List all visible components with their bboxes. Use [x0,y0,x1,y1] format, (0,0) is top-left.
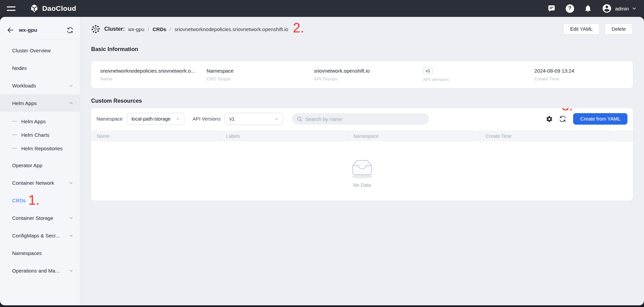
column-header-actions [611,130,633,142]
sidebar-item-operations-maintenance[interactable]: Operations and Ma... [0,262,80,279]
create-time-value: 2024-08-09 13:24 [534,68,574,74]
edit-yaml-button[interactable]: Edit YAML [563,23,600,35]
daocloud-logo-icon [30,4,39,13]
search-icon [297,116,302,122]
hamburger-menu-icon[interactable] [7,5,16,12]
message-icon[interactable] [547,4,556,13]
search-input[interactable] [305,116,424,122]
empty-state: No Data [348,155,376,188]
sidebar-item-helm-apps-group[interactable]: Helm Apps [0,94,80,112]
create-time-label: Create Time [534,76,574,81]
user-menu[interactable]: admin [602,3,637,14]
brand-name: DaoCloud [42,4,76,12]
chevron-up-icon [69,101,73,105]
basic-information-card: sriovnetworknodepolicies.sriovnetwork.o.… [91,61,633,88]
custom-resources-panel: Namespace local-path-storage API Version… [91,108,633,201]
refresh-icon[interactable] [559,115,566,123]
api-versions-label: API Versions [423,77,534,82]
breadcrumb-separator: / [148,26,149,32]
avatar-icon [602,3,612,14]
sidebar-item-operator-app[interactable]: Operator App [0,156,80,174]
chevron-down-icon [69,233,73,238]
breadcrumb-cluster-link[interactable]: wx-gpu [128,26,144,32]
breadcrumb-crds-link[interactable]: CRDs [153,26,166,32]
gear-icon[interactable] [545,115,553,123]
dash-icon [12,134,17,135]
sidebar-item-container-storage[interactable]: Container Storage [0,209,80,227]
chevron-down-icon [632,6,637,11]
namespace-select[interactable]: local-path-storage [127,113,184,125]
api-versions-filter-label: API Versions [192,116,220,122]
sidebar-subitem-helm-charts[interactable]: Helm Charts [0,128,80,142]
breadcrumb: Cluster: wx-gpu / CRDs / sriovnetworknod… [91,22,633,36]
sidebar-item-namespaces[interactable]: Namespaces [0,244,80,262]
crd-scope-label: CRD Scope [207,76,314,81]
search-box [292,113,429,125]
dash-icon [12,148,17,149]
crd-scope-value: Namespace [207,68,308,74]
sidebar-subitem-helm-apps[interactable]: Helm Apps [0,114,80,128]
notification-bell-icon[interactable] [584,4,592,13]
sidebar-item-container-network[interactable]: Container Network [0,174,80,191]
delete-button[interactable]: Delete [605,23,633,35]
sidebar-item-workloads[interactable]: Workloads [0,77,80,94]
namespace-filter-label: Namespace [97,116,123,122]
custom-resources-title: Custom Resources [91,98,633,104]
chevron-down-icon [69,181,73,185]
switch-cluster-icon[interactable] [67,27,73,33]
table-body: No Data [91,142,633,201]
breadcrumb-separator: / [170,26,171,32]
column-header-name: Name [91,130,220,142]
api-version-badge: v1 [423,67,433,74]
dash-icon [12,121,17,122]
topbar: DaoCloud ? admin [0,0,644,17]
main-content: Cluster: wx-gpu / CRDs / sriovnetworknod… [80,17,644,305]
sidebar-subitem-helm-repositories[interactable]: Helm Repositories [0,142,80,155]
breadcrumb-prefix: Cluster: [104,26,125,32]
column-header-create-time: Create Time [480,130,611,142]
sidebar-item-configmaps-secrets[interactable]: ConfigMaps & Secr... [0,227,80,244]
breadcrumb-current-page: sriovnetworknodepolicies.sriovnetwork.op… [175,26,288,32]
column-header-labels: Labels [220,130,348,142]
chevron-down-icon [69,216,73,220]
basic-information-title: Basic Information [91,46,633,52]
help-icon[interactable]: ? [565,4,574,13]
chevron-down-icon [274,117,278,121]
sidebar-item-crds[interactable]: CRDs 1. [0,191,80,209]
cluster-name: wx-gpu [19,27,62,33]
chevron-down-icon [69,268,73,273]
user-name: admin [615,6,629,11]
api-versions-select-value: v1 [229,116,272,122]
sidebar-item-cluster-overview[interactable]: Cluster Overview [0,42,80,59]
cluster-dots-icon [91,25,100,34]
crd-name-value: sriovnetworknodepolicies.sriovnetwork.o.… [100,68,202,74]
api-versions-select[interactable]: v1 [225,113,283,125]
crd-name-label: Name [100,76,207,81]
back-arrow-icon[interactable] [7,26,14,34]
no-data-text: No Data [353,182,371,188]
chevron-down-icon [176,117,180,121]
annotation-2: 2. [293,21,304,34]
sidebar: wx-gpu Cluster Overview Nodes Workloads [0,17,80,305]
brand-logo: DaoCloud [30,4,76,13]
namespace-select-value: local-path-storage [131,116,173,122]
table-header: Name Labels Namespace Create Time [91,130,633,142]
api-groups-value: sriovnetwork.openshift.io [314,68,415,74]
create-from-yaml-button[interactable]: Create from YAML [573,113,627,125]
sidebar-item-nodes[interactable]: Nodes [0,59,80,77]
chevron-down-icon [69,83,73,88]
annotation-3: 3. [562,108,573,112]
annotation-1: 1. [28,193,39,207]
no-data-inbox-icon [348,155,376,180]
api-groups-label: API Groups [314,76,423,81]
column-header-namespace: Namespace [348,130,480,142]
